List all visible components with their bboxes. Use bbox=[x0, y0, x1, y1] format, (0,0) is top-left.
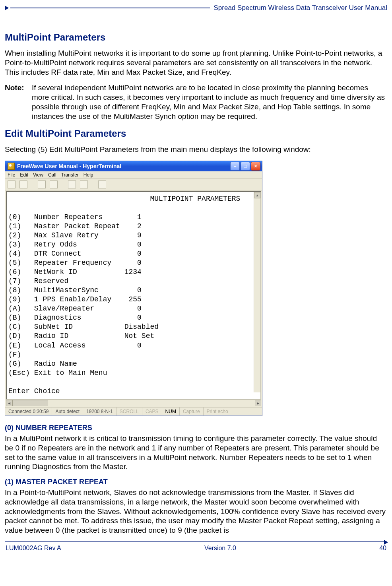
new-icon[interactable] bbox=[8, 180, 16, 188]
menu-help[interactable]: Help bbox=[83, 172, 93, 178]
disconnect-icon[interactable] bbox=[50, 180, 58, 188]
menu-view[interactable]: View bbox=[33, 172, 43, 178]
status-echo: Print echo bbox=[204, 407, 231, 415]
toolbar bbox=[5, 179, 262, 190]
note-block: Note: If several independent MultiPoint … bbox=[5, 83, 387, 121]
paragraph: In a Point-to-MultiPoint network, Slaves… bbox=[5, 488, 387, 535]
menu-transfer[interactable]: Transfer bbox=[61, 172, 79, 178]
section-heading-multipoint-parameters: MultiPoint Parameters bbox=[5, 32, 387, 43]
scroll-thumb[interactable] bbox=[12, 400, 48, 406]
status-caps: CAPS bbox=[142, 407, 162, 415]
footer-left: LUM0002AG Rev A bbox=[6, 545, 61, 552]
status-detect: Auto detect bbox=[52, 407, 83, 415]
window-title: FreeWave User Manual - HyperTerminal bbox=[17, 163, 230, 169]
triangle-icon bbox=[5, 6, 9, 10]
note-body: If several independent MultiPoint networ… bbox=[32, 83, 387, 121]
doc-title: Spread Spectrum Wireless Data Transceive… bbox=[214, 4, 388, 12]
footer-rule bbox=[5, 541, 387, 542]
scroll-left-icon[interactable]: ◀ bbox=[6, 400, 12, 406]
terminal-text: MULTIPOINT PARAMETERS (0) Number Repeate… bbox=[7, 192, 260, 398]
menu-call[interactable]: Call bbox=[48, 172, 56, 178]
footer-right: 40 bbox=[379, 545, 386, 552]
paragraph: In a MultiPoint network it is critical t… bbox=[5, 434, 387, 472]
scroll-up-icon[interactable]: ▲ bbox=[254, 192, 260, 198]
footer-center: Version 7.0 bbox=[204, 545, 236, 552]
open-icon[interactable] bbox=[19, 180, 27, 188]
menu-bar: File Edit View Call Transfer Help bbox=[5, 171, 262, 179]
page-footer: LUM0002AG Rev A Version 7.0 40 bbox=[5, 545, 387, 556]
app-icon bbox=[8, 163, 15, 170]
paragraph: When installing MultiPoint networks it i… bbox=[5, 49, 387, 77]
paragraph: Selecting (5) Edit MultiPoint Parameters… bbox=[5, 145, 387, 154]
status-connected: Connected 0:30:59 bbox=[5, 407, 52, 415]
maximize-button[interactable]: □ bbox=[241, 162, 250, 171]
hyperterminal-window: FreeWave User Manual - HyperTerminal – □… bbox=[5, 161, 262, 416]
vertical-scrollbar[interactable]: ▲ bbox=[254, 192, 260, 392]
receive-icon[interactable] bbox=[80, 180, 88, 188]
minimize-button[interactable]: – bbox=[230, 162, 240, 171]
send-icon[interactable] bbox=[68, 180, 76, 188]
status-num: NUM bbox=[162, 407, 180, 415]
note-label: Note: bbox=[5, 83, 32, 121]
properties-icon[interactable] bbox=[98, 180, 106, 188]
status-scroll: SCROLL bbox=[116, 407, 142, 415]
status-bar: Connected 0:30:59 Auto detect 19200 8-N-… bbox=[5, 407, 262, 415]
close-button[interactable]: × bbox=[251, 162, 260, 171]
section-heading-edit-multipoint: Edit MultiPoint Parameters bbox=[5, 128, 387, 139]
subheading-number-repeaters: (0) NUMBER REPEATERS bbox=[5, 424, 387, 432]
menu-file[interactable]: File bbox=[8, 172, 15, 178]
menu-edit[interactable]: Edit bbox=[20, 172, 28, 178]
status-capture: Capture bbox=[180, 407, 204, 415]
window-titlebar[interactable]: FreeWave User Manual - HyperTerminal – □… bbox=[5, 161, 262, 171]
status-port: 19200 8-N-1 bbox=[83, 407, 116, 415]
connect-icon[interactable] bbox=[38, 180, 46, 188]
terminal-viewport[interactable]: MULTIPOINT PARAMETERS (0) Number Repeate… bbox=[6, 191, 261, 400]
scroll-right-icon[interactable]: ▶ bbox=[255, 400, 261, 406]
subheading-master-packet-repeat: (1) MASTER PACKET REPEAT bbox=[5, 478, 387, 486]
header-line bbox=[10, 8, 210, 8]
header-rule: Spread Spectrum Wireless Data Transceive… bbox=[5, 4, 387, 12]
horizontal-scrollbar[interactable]: ◀ ▶ bbox=[6, 400, 261, 406]
